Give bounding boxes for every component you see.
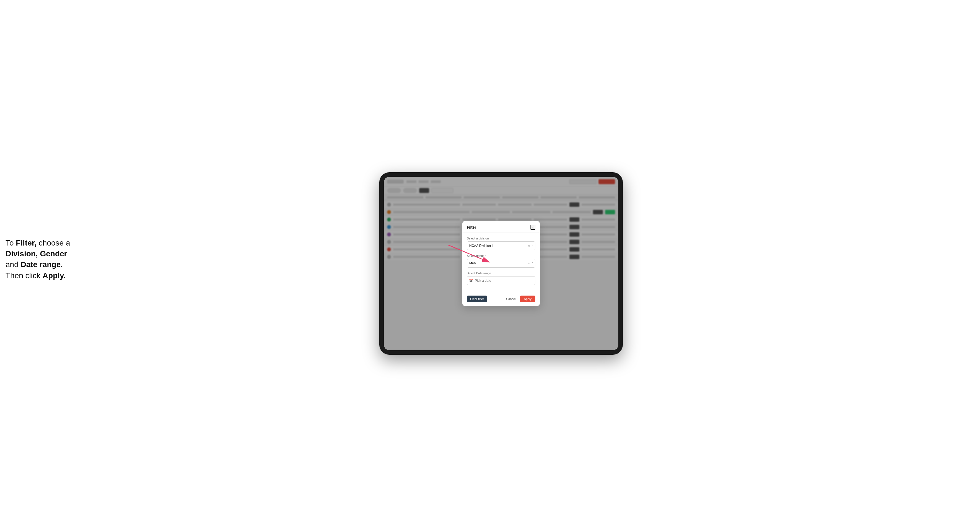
filter-modal: Filter × Select a division NCAA Division… — [462, 221, 540, 306]
gender-form-group: Select gender Men Women × ⌃ — [467, 254, 535, 268]
modal-footer: Clear filter Cancel Apply — [462, 293, 540, 306]
division-form-group: Select a division NCAA Division I NCAA D… — [467, 237, 535, 250]
modal-footer-right: Cancel Apply — [504, 295, 535, 302]
calendar-icon: 📅 — [469, 279, 473, 283]
modal-header: Filter × — [462, 221, 540, 233]
division-clear-icon[interactable]: × — [528, 244, 530, 248]
instruction-text: To Filter, choose a Division, Gender and… — [6, 238, 70, 281]
division-label: Select a division — [467, 237, 535, 240]
modal-overlay[interactable]: Filter × Select a division NCAA Division… — [384, 177, 618, 350]
bold-apply: Apply. — [43, 271, 65, 280]
bold-division-gender: Division, Gender — [6, 249, 67, 258]
bold-date-range: Date range. — [21, 260, 63, 269]
date-form-group: Select Date range 📅 — [467, 271, 535, 285]
date-input-wrapper: 📅 — [467, 276, 535, 285]
cancel-button[interactable]: Cancel — [504, 295, 518, 302]
gender-clear-icon[interactable]: × — [528, 262, 530, 265]
tablet-screen: Filter × Select a division NCAA Division… — [384, 177, 618, 350]
modal-title: Filter — [467, 225, 476, 230]
modal-body: Select a division NCAA Division I NCAA D… — [462, 233, 540, 293]
modal-close-button[interactable]: × — [530, 225, 535, 230]
gender-select[interactable]: Men Women — [467, 259, 535, 268]
date-input[interactable] — [467, 276, 535, 285]
gender-label: Select gender — [467, 254, 535, 257]
apply-button[interactable]: Apply — [520, 295, 535, 302]
division-select[interactable]: NCAA Division I NCAA Division II NCAA Di… — [467, 241, 535, 250]
bold-filter: Filter, — [16, 239, 37, 247]
gender-select-wrapper: Men Women × ⌃ — [467, 259, 535, 268]
page-wrapper: To Filter, choose a Division, Gender and… — [0, 0, 980, 527]
clear-filter-button[interactable]: Clear filter — [467, 295, 487, 302]
tablet-frame: Filter × Select a division NCAA Division… — [379, 172, 623, 355]
date-label: Select Date range — [467, 271, 535, 275]
division-select-wrapper: NCAA Division I NCAA Division II NCAA Di… — [467, 241, 535, 250]
